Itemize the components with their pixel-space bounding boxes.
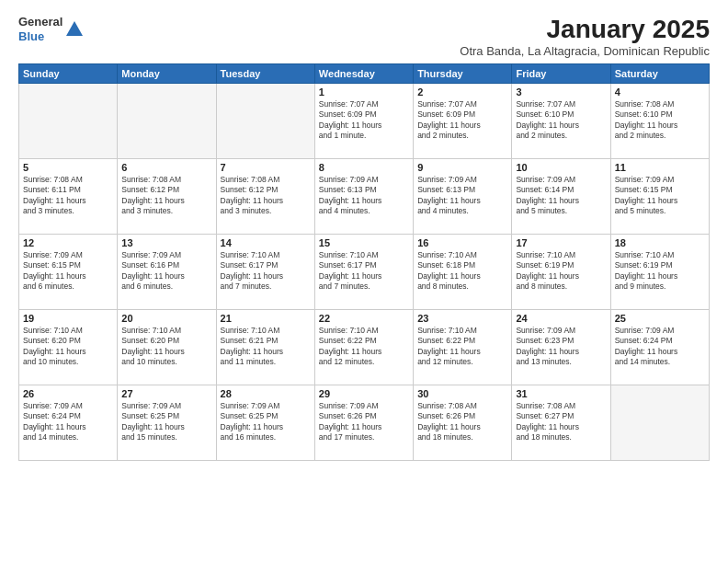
- day-number: 26: [23, 388, 113, 399]
- cell-info: Sunrise: 7:09 AMSunset: 6:25 PMDaylight:…: [221, 401, 311, 443]
- calendar-cell: 14Sunrise: 7:10 AMSunset: 6:17 PMDayligh…: [216, 235, 314, 310]
- day-number: 2: [417, 86, 507, 98]
- day-number: 25: [615, 313, 705, 324]
- cell-info: Sunrise: 7:08 AMSunset: 6:10 PMDaylight:…: [615, 99, 705, 142]
- calendar-cell: 27Sunrise: 7:09 AMSunset: 6:25 PMDayligh…: [118, 385, 216, 461]
- day-number: 5: [23, 162, 113, 173]
- day-number: 12: [23, 237, 113, 248]
- day-number: 17: [516, 237, 606, 248]
- calendar-cell: 6Sunrise: 7:08 AMSunset: 6:12 PMDaylight…: [118, 159, 216, 235]
- calendar-cell: 13Sunrise: 7:09 AMSunset: 6:16 PMDayligh…: [118, 235, 216, 310]
- svg-marker-0: [66, 21, 83, 36]
- logo-blue: Blue: [18, 29, 63, 44]
- cell-info: Sunrise: 7:08 AMSunset: 6:12 PMDaylight:…: [121, 175, 211, 217]
- logo-general: General: [18, 15, 63, 29]
- calendar-cell: 30Sunrise: 7:08 AMSunset: 6:26 PMDayligh…: [414, 385, 512, 461]
- day-number: 23: [417, 313, 507, 324]
- cell-info: Sunrise: 7:09 AMSunset: 6:15 PMDaylight:…: [615, 175, 705, 217]
- day-number: 9: [417, 162, 507, 173]
- calendar-table: SundayMondayTuesdayWednesdayThursdayFrid…: [18, 63, 710, 461]
- day-number: 22: [319, 313, 409, 324]
- calendar-cell: 5Sunrise: 7:08 AMSunset: 6:11 PMDaylight…: [19, 159, 118, 235]
- calendar-cell: 26Sunrise: 7:09 AMSunset: 6:24 PMDayligh…: [19, 385, 118, 461]
- day-number: 31: [516, 388, 606, 399]
- calendar-cell: [610, 385, 709, 461]
- column-header-wednesday: Wednesday: [314, 64, 413, 84]
- cell-info: Sunrise: 7:10 AMSunset: 6:19 PMDaylight:…: [615, 250, 705, 293]
- column-header-monday: Monday: [118, 64, 216, 84]
- page: General Blue January 2025 Otra Banda, La…: [0, 0, 728, 563]
- calendar-cell: 11Sunrise: 7:09 AMSunset: 6:15 PMDayligh…: [610, 159, 709, 235]
- cell-info: Sunrise: 7:09 AMSunset: 6:15 PMDaylight:…: [23, 250, 113, 293]
- cell-info: Sunrise: 7:10 AMSunset: 6:20 PMDaylight:…: [23, 326, 113, 368]
- calendar-cell: 31Sunrise: 7:08 AMSunset: 6:27 PMDayligh…: [512, 385, 610, 461]
- calendar-cell: 10Sunrise: 7:09 AMSunset: 6:14 PMDayligh…: [512, 159, 610, 235]
- cell-info: Sunrise: 7:10 AMSunset: 6:18 PMDaylight:…: [417, 250, 507, 293]
- cell-info: Sunrise: 7:10 AMSunset: 6:17 PMDaylight:…: [221, 250, 311, 293]
- cell-info: Sunrise: 7:10 AMSunset: 6:21 PMDaylight:…: [221, 326, 311, 368]
- week-row-2: 5Sunrise: 7:08 AMSunset: 6:11 PMDaylight…: [19, 159, 710, 235]
- calendar-cell: 12Sunrise: 7:09 AMSunset: 6:15 PMDayligh…: [19, 235, 118, 310]
- calendar-cell: 17Sunrise: 7:10 AMSunset: 6:19 PMDayligh…: [512, 235, 610, 310]
- calendar-cell: 8Sunrise: 7:09 AMSunset: 6:13 PMDaylight…: [314, 159, 413, 235]
- day-number: 24: [516, 313, 606, 324]
- calendar-cell: [118, 84, 216, 159]
- calendar-cell: 19Sunrise: 7:10 AMSunset: 6:20 PMDayligh…: [19, 310, 118, 385]
- day-number: 10: [516, 162, 606, 173]
- column-header-saturday: Saturday: [610, 64, 709, 84]
- cell-info: Sunrise: 7:09 AMSunset: 6:24 PMDaylight:…: [615, 326, 705, 368]
- month-title: January 2025: [460, 15, 710, 44]
- calendar-cell: 7Sunrise: 7:08 AMSunset: 6:12 PMDaylight…: [216, 159, 314, 235]
- day-number: 3: [516, 86, 606, 98]
- cell-info: Sunrise: 7:09 AMSunset: 6:23 PMDaylight:…: [516, 326, 606, 368]
- day-number: 16: [417, 237, 507, 248]
- cell-info: Sunrise: 7:08 AMSunset: 6:12 PMDaylight:…: [221, 175, 311, 217]
- cell-info: Sunrise: 7:09 AMSunset: 6:13 PMDaylight:…: [417, 175, 507, 217]
- calendar-cell: 29Sunrise: 7:09 AMSunset: 6:26 PMDayligh…: [314, 385, 413, 461]
- cell-info: Sunrise: 7:09 AMSunset: 6:26 PMDaylight:…: [319, 401, 409, 443]
- cell-info: Sunrise: 7:07 AMSunset: 6:09 PMDaylight:…: [319, 99, 409, 142]
- week-row-5: 26Sunrise: 7:09 AMSunset: 6:24 PMDayligh…: [19, 385, 710, 461]
- column-header-thursday: Thursday: [414, 64, 512, 84]
- day-number: 20: [121, 313, 211, 324]
- calendar-cell: 16Sunrise: 7:10 AMSunset: 6:18 PMDayligh…: [414, 235, 512, 310]
- week-row-3: 12Sunrise: 7:09 AMSunset: 6:15 PMDayligh…: [19, 235, 710, 310]
- cell-info: Sunrise: 7:10 AMSunset: 6:22 PMDaylight:…: [319, 326, 409, 368]
- cell-info: Sunrise: 7:09 AMSunset: 6:16 PMDaylight:…: [121, 250, 211, 293]
- day-number: 13: [121, 237, 211, 248]
- day-number: 8: [319, 162, 409, 173]
- cell-info: Sunrise: 7:07 AMSunset: 6:10 PMDaylight:…: [516, 99, 606, 142]
- day-number: 4: [615, 86, 705, 98]
- cell-info: Sunrise: 7:08 AMSunset: 6:26 PMDaylight:…: [417, 401, 507, 443]
- day-number: 30: [417, 388, 507, 399]
- day-number: 11: [615, 162, 705, 173]
- day-number: 19: [23, 313, 113, 324]
- header: General Blue January 2025 Otra Banda, La…: [18, 15, 710, 58]
- column-header-sunday: Sunday: [19, 64, 118, 84]
- day-number: 27: [121, 388, 211, 399]
- logo-icon: [64, 19, 85, 40]
- calendar-cell: 18Sunrise: 7:10 AMSunset: 6:19 PMDayligh…: [610, 235, 709, 310]
- calendar-cell: [216, 84, 314, 159]
- cell-info: Sunrise: 7:08 AMSunset: 6:11 PMDaylight:…: [23, 175, 113, 217]
- column-header-friday: Friday: [512, 64, 610, 84]
- cell-info: Sunrise: 7:09 AMSunset: 6:24 PMDaylight:…: [23, 401, 113, 443]
- calendar-cell: 23Sunrise: 7:10 AMSunset: 6:22 PMDayligh…: [414, 310, 512, 385]
- day-number: 7: [221, 162, 311, 173]
- week-row-4: 19Sunrise: 7:10 AMSunset: 6:20 PMDayligh…: [19, 310, 710, 385]
- day-number: 1: [319, 86, 409, 98]
- calendar-cell: 24Sunrise: 7:09 AMSunset: 6:23 PMDayligh…: [512, 310, 610, 385]
- calendar-cell: 15Sunrise: 7:10 AMSunset: 6:17 PMDayligh…: [314, 235, 413, 310]
- title-section: January 2025 Otra Banda, La Altagracia, …: [460, 15, 710, 58]
- calendar-cell: 25Sunrise: 7:09 AMSunset: 6:24 PMDayligh…: [610, 310, 709, 385]
- calendar-cell: 9Sunrise: 7:09 AMSunset: 6:13 PMDaylight…: [414, 159, 512, 235]
- day-number: 18: [615, 237, 705, 248]
- day-number: 21: [221, 313, 311, 324]
- cell-info: Sunrise: 7:09 AMSunset: 6:25 PMDaylight:…: [121, 401, 211, 443]
- day-number: 29: [319, 388, 409, 399]
- logo-text: General Blue: [18, 15, 63, 43]
- logo: General Blue: [18, 15, 85, 43]
- cell-info: Sunrise: 7:09 AMSunset: 6:14 PMDaylight:…: [516, 175, 606, 217]
- calendar-cell: 21Sunrise: 7:10 AMSunset: 6:21 PMDayligh…: [216, 310, 314, 385]
- calendar-cell: [19, 84, 118, 159]
